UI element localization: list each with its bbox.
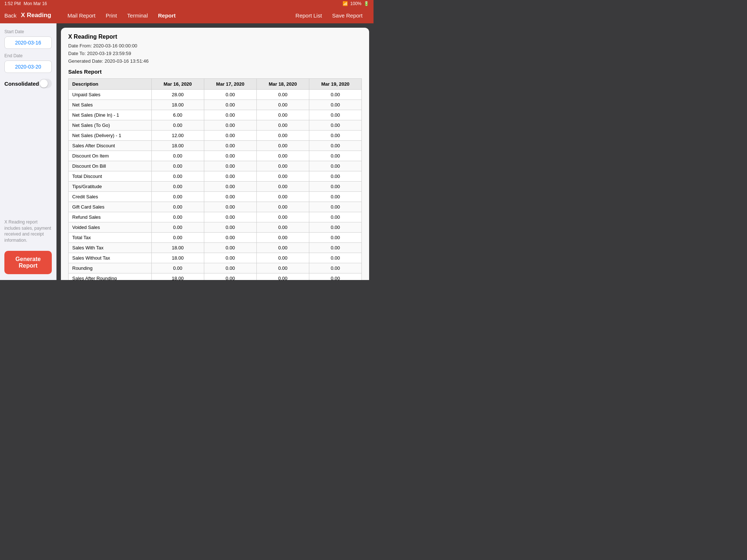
report-table: Description Mar 16, 2020 Mar 17, 2020 Ma… [68,78,362,280]
row-value: 0.00 [151,171,204,182]
report-table-header: Description Mar 16, 2020 Mar 17, 2020 Ma… [69,79,362,90]
row-description: Voided Sales [69,222,152,233]
row-value: 0.00 [309,202,361,212]
row-value: 0.00 [309,253,361,263]
row-value: 0.00 [151,192,204,202]
row-description: Total Tax [69,233,152,243]
start-date-label: Start Date [4,29,52,34]
row-value: 0.00 [256,263,309,273]
row-value: 0.00 [151,263,204,273]
col-mar16: Mar 16, 2020 [151,79,204,90]
row-value: 18.00 [151,141,204,151]
row-value: 0.00 [151,120,204,131]
row-description: Net Sales [69,100,152,110]
row-value: 0.00 [204,141,256,151]
row-value: 0.00 [204,110,256,120]
row-value: 0.00 [256,161,309,171]
row-value: 0.00 [204,222,256,233]
row-value: 0.00 [256,182,309,192]
end-date-input[interactable]: 2020-03-20 [4,61,52,73]
col-mar17: Mar 17, 2020 [204,79,256,90]
report-title: X Reading Report [68,34,362,40]
row-value: 0.00 [204,171,256,182]
row-value: 0.00 [151,212,204,222]
consolidated-toggle[interactable] [39,79,52,88]
row-value: 0.00 [151,222,204,233]
table-row: Voided Sales0.000.000.000.00 [69,222,362,233]
report-generated-date: Generated Date: 2020-03-16 13:51:46 [68,58,362,65]
row-description: Discount On Bill [69,161,152,171]
row-value: 0.00 [256,222,309,233]
row-value: 0.00 [204,182,256,192]
row-value: 0.00 [309,141,361,151]
row-value: 0.00 [309,161,361,171]
row-value: 18.00 [151,243,204,253]
row-description: Sales Without Tax [69,253,152,263]
main-layout: Start Date 2020-03-16 End Date 2020-03-2… [0,23,374,280]
col-description: Description [69,79,152,90]
row-description: Sales After Rounding [69,273,152,280]
row-value: 0.00 [309,263,361,273]
row-value: 0.00 [151,202,204,212]
consolidated-label: Consolidated [4,81,39,87]
table-row: Total Discount0.000.000.000.00 [69,171,362,182]
report-button[interactable]: Report [153,12,181,19]
row-value: 0.00 [256,192,309,202]
print-button[interactable]: Print [101,12,122,19]
row-value: 0.00 [256,243,309,253]
end-date-label: End Date [4,53,52,58]
row-value: 0.00 [309,131,361,141]
row-value: 0.00 [204,100,256,110]
row-description: Sales After Discount [69,141,152,151]
navbar-left: Back X Reading [0,12,57,19]
table-row: Rounding0.000.000.000.00 [69,263,362,273]
row-value: 0.00 [309,110,361,120]
consolidated-row: Consolidated [4,79,52,88]
row-value: 28.00 [151,90,204,100]
wifi-icon: 📶 [342,1,348,6]
table-row: Refund Sales0.000.000.000.00 [69,212,362,222]
row-value: 0.00 [309,212,361,222]
start-date-group: Start Date 2020-03-16 [4,29,52,49]
row-value: 0.00 [256,100,309,110]
row-description: Net Sales (To Go) [69,120,152,131]
row-value: 12.00 [151,131,204,141]
back-button[interactable]: Back [4,12,16,19]
date-display: Mon Mar 16 [24,1,47,6]
generate-report-button[interactable]: Generate Report [4,251,52,274]
row-value: 6.00 [151,110,204,120]
status-bar: 1:52 PM Mon Mar 16 📶 100% 🔋 [0,0,374,7]
sidebar-info: X Reading report includes sales, payment… [4,219,52,244]
report-card: X Reading Report Date From: 2020-03-16 0… [61,28,369,280]
report-date-from: Date From: 2020-03-16 00:00:00 [68,42,362,50]
table-row: Net Sales (To Go)0.000.000.000.00 [69,120,362,131]
mail-report-button[interactable]: Mail Report [62,12,101,19]
row-value: 0.00 [256,202,309,212]
header-row: Description Mar 16, 2020 Mar 17, 2020 Ma… [69,79,362,90]
row-value: 0.00 [204,273,256,280]
terminal-button[interactable]: Terminal [122,12,153,19]
report-list-button[interactable]: Report List [290,12,327,19]
row-description: Discount On Item [69,151,152,161]
table-row: Unpaid Sales28.000.000.000.00 [69,90,362,100]
row-value: 0.00 [309,243,361,253]
row-description: Gift Card Sales [69,202,152,212]
row-value: 0.00 [151,151,204,161]
row-value: 0.00 [309,90,361,100]
row-value: 0.00 [204,151,256,161]
row-value: 18.00 [151,273,204,280]
row-value: 0.00 [151,161,204,171]
row-value: 0.00 [204,263,256,273]
row-value: 0.00 [309,100,361,110]
row-value: 0.00 [256,171,309,182]
battery-display: 100% [350,1,361,6]
start-date-input[interactable]: 2020-03-16 [4,36,52,49]
report-date-to: Date To: 2020-03-19 23:59:59 [68,50,362,58]
status-right: 📶 100% 🔋 [342,1,369,6]
row-description: Total Discount [69,171,152,182]
save-report-button[interactable]: Save Report [327,12,368,19]
row-value: 0.00 [256,212,309,222]
time-display: 1:52 PM [4,1,21,6]
row-value: 0.00 [256,253,309,263]
row-value: 0.00 [309,273,361,280]
